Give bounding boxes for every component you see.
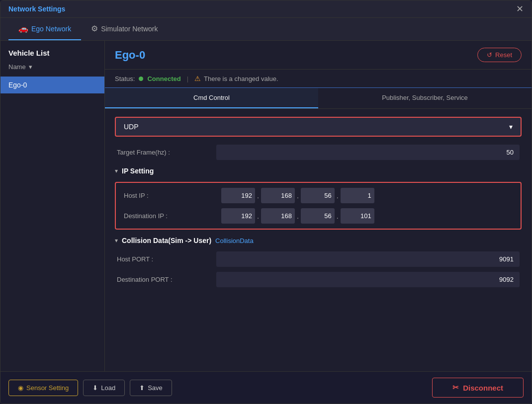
detail-header: Ego-0 ↺ Reset (105, 41, 532, 70)
disconnect-icon: ✂ (452, 383, 459, 392)
status-label: Status: (115, 75, 135, 82)
target-frame-row: Target Frame(hz) : (115, 145, 522, 160)
reset-button[interactable]: ↺ Reset (477, 48, 522, 62)
destination-port-row: Destination PORT : (115, 272, 522, 287)
destination-ip-fields: . . . (221, 208, 374, 224)
sensor-setting-label: Sensor Setting (26, 384, 69, 392)
ip-dot-3: . (337, 192, 339, 200)
title-bar: Network Settings ✕ (0, 0, 532, 18)
main-content: Vehicle List Name ▾ Ego-0 Ego-0 ↺ Reset (0, 41, 532, 371)
ip-setting-group: Host IP : . . . Destination (115, 182, 522, 230)
disconnect-button[interactable]: ✂ Disconnect (432, 378, 524, 398)
sub-tab-cmd-control[interactable]: Cmd Control (105, 88, 318, 108)
host-ip-octet-4[interactable] (341, 188, 374, 203)
protocol-dropdown[interactable]: UDP ▾ (115, 117, 522, 137)
vehicle-list-header: Vehicle List (0, 41, 104, 61)
main-window: Network Settings ✕ 🚗 Ego Network ⚙ Simul… (0, 0, 532, 404)
tab-ego-network[interactable]: 🚗 Ego Network (8, 18, 81, 40)
gear-icon: ⚙ (91, 24, 98, 33)
host-ip-octet-1[interactable] (221, 188, 255, 203)
reset-icon: ↺ (487, 51, 492, 59)
collision-data-section-header: ▾ Collision Data(Sim -> User) CollisionD… (115, 237, 522, 244)
status-bar: Status: Connected | ⚠ There is a changed… (105, 70, 532, 88)
target-frame-label: Target Frame(hz) : (117, 149, 216, 156)
detail-title: Ego-0 (115, 49, 145, 62)
reset-label: Reset (495, 51, 512, 59)
dest-ip-dot-1: . (257, 212, 259, 220)
ip-setting-title: IP Setting (122, 167, 154, 175)
dest-ip-dot-2: . (297, 212, 299, 220)
tab-simulator-network-label: Simulator Network (101, 25, 158, 33)
footer-bar: ◉ Sensor Setting ⬇ Load ⬆ Save ✂ Disconn… (0, 371, 532, 404)
warning-icon: ⚠ (194, 75, 201, 82)
load-icon: ⬇ (92, 384, 98, 392)
load-label: Load (101, 384, 115, 392)
ip-chevron-icon: ▾ (115, 167, 118, 174)
close-button[interactable]: ✕ (516, 4, 524, 13)
host-ip-octet-3[interactable] (301, 188, 335, 203)
dest-ip-dot-3: . (337, 212, 339, 220)
ip-dot-1: . (257, 192, 259, 200)
dest-ip-octet-3[interactable] (301, 208, 335, 224)
save-button[interactable]: ⬆ Save (130, 380, 172, 396)
disconnect-label: Disconnect (463, 384, 503, 392)
destination-port-input[interactable] (216, 272, 520, 287)
collision-data-title: Collision Data(Sim -> User) (122, 237, 211, 244)
dest-ip-octet-4[interactable] (341, 208, 374, 224)
host-ip-label: Host IP : (122, 192, 221, 199)
sub-tabs: Cmd Control Publisher, Subscriber, Servi… (105, 88, 532, 109)
save-label: Save (148, 384, 163, 392)
sensor-icon: ◉ (18, 384, 23, 392)
destination-port-label: Destination PORT : (117, 276, 216, 283)
tab-simulator-network[interactable]: ⚙ Simulator Network (81, 18, 168, 40)
chevron-down-icon: ▾ (29, 63, 32, 71)
sidebar: Vehicle List Name ▾ Ego-0 (0, 41, 105, 371)
host-ip-fields: . . . (221, 188, 374, 203)
tab-ego-network-label: Ego Network (31, 25, 71, 33)
tab-bar: 🚗 Ego Network ⚙ Simulator Network (0, 18, 532, 41)
protocol-dropdown-row: UDP ▾ (115, 117, 522, 137)
dropdown-chevron-icon: ▾ (509, 123, 513, 131)
sidebar-item-list: Ego-0 (0, 75, 104, 95)
destination-ip-label: Destination IP : (122, 212, 221, 220)
connected-label: Connected (147, 75, 180, 82)
destination-ip-row: Destination IP : . . . (122, 208, 515, 224)
status-divider: | (187, 75, 188, 82)
status-dot (139, 77, 143, 81)
status-warning: ⚠ There is a changed value. (194, 75, 278, 82)
sensor-setting-button[interactable]: ◉ Sensor Setting (8, 380, 78, 396)
target-frame-input[interactable] (216, 145, 520, 160)
sidebar-filter[interactable]: Name ▾ (0, 61, 104, 75)
host-ip-row: Host IP : . . . (122, 188, 515, 203)
collision-chevron-icon: ▾ (115, 237, 118, 244)
protocol-value: UDP (124, 123, 139, 131)
name-filter-label: Name (8, 63, 26, 71)
window-title: Network Settings (8, 5, 65, 13)
host-port-row: Host PORT : (115, 251, 522, 267)
load-button[interactable]: ⬇ Load (83, 380, 125, 396)
host-port-label: Host PORT : (117, 255, 216, 263)
sidebar-item-ego-0[interactable]: Ego-0 (0, 77, 104, 93)
dest-ip-octet-2[interactable] (261, 208, 295, 224)
detail-body: UDP ▾ Target Frame(hz) : ▾ IP Setting (105, 109, 532, 371)
dest-ip-octet-1[interactable] (221, 208, 255, 224)
save-icon: ⬆ (139, 384, 145, 392)
ip-setting-section-header: ▾ IP Setting (115, 167, 522, 175)
warning-text: There is a changed value. (204, 75, 278, 82)
host-port-input[interactable] (216, 251, 520, 267)
car-icon: 🚗 (18, 24, 28, 33)
host-ip-octet-2[interactable] (261, 188, 295, 203)
sub-tab-pub-sub-svc[interactable]: Publisher, Subscriber, Service (318, 88, 532, 108)
detail-panel: Ego-0 ↺ Reset Status: Connected | ⚠ Ther… (105, 41, 532, 371)
collision-data-subtitle: CollisionData (215, 237, 254, 244)
ip-dot-2: . (297, 192, 299, 200)
